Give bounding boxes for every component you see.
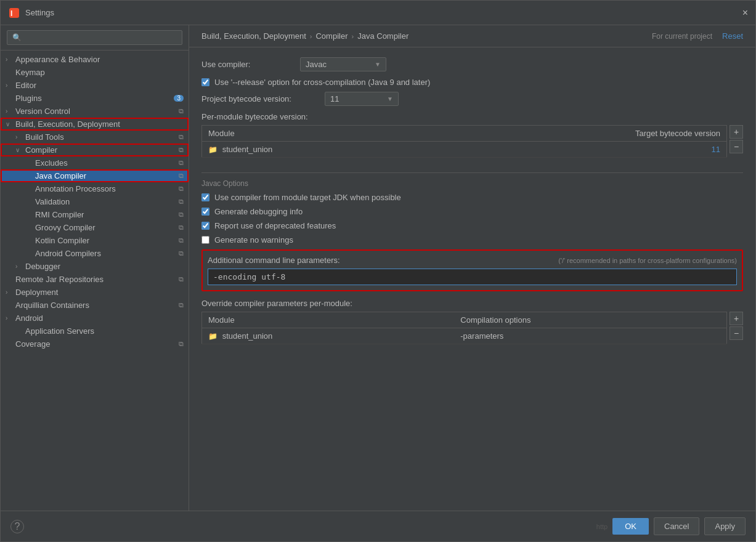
version-cell: 11 [433,142,727,158]
arrow-icon: › [6,315,15,322]
module-cell: 📁 student_union [202,142,433,158]
breadcrumb-bar: Build, Execution, Deployment › Compiler … [189,25,755,47]
sidebar-item-label: Version Control [15,107,176,116]
footer-url: http [596,523,608,530]
cmd-input[interactable] [208,269,737,285]
opt2-label: Generate debugging info [214,207,303,216]
copy-icon: ⧉ [179,185,184,193]
copy-icon: ⧉ [179,211,184,219]
opt4-row: Generate no warnings [201,235,743,245]
cmd-section: Additional command line parameters: ('/'… [201,249,743,291]
panel-content: Use compiler: Javac ▼ Use '--release' op… [189,47,755,511]
opt2-row: Generate debugging info [201,207,743,216]
arrow-icon: › [15,134,25,140]
checkbox-label-1: Use '--release' option for cross-compila… [214,78,430,87]
sidebar-item-arquillian[interactable]: Arquillian Containers ⧉ [1,299,189,312]
sidebar-item-appearance[interactable]: › Appearance & Behavior [1,53,189,66]
footer: ? http OK Cancel Apply [1,511,755,541]
app-icon: I [8,7,20,19]
arrow-icon: › [6,289,15,296]
arrow-icon: › [6,56,15,63]
apply-button[interactable]: Apply [704,517,746,535]
sidebar-item-android[interactable]: › Android [1,312,189,325]
sidebar-item-deployment[interactable]: › Deployment [1,286,189,299]
sidebar-item-label: Deployment [15,288,184,297]
sidebar-item-kotlin-compiler[interactable]: Kotlin Compiler ⧉ [1,234,189,247]
per-module-label-row: Per-module bytecode version: [201,112,743,121]
cancel-button[interactable]: Cancel [654,517,699,535]
checkbox-no-warnings[interactable] [201,236,209,244]
checkbox-deprecated[interactable] [201,222,209,230]
sidebar-item-label: Coverage [15,339,176,349]
copy-icon: ⧉ [179,249,184,257]
copy-icon: ⧉ [179,146,184,154]
checkbox-row-1: Use '--release' option for cross-compila… [201,78,743,87]
sidebar-item-android-compilers[interactable]: Android Compilers ⧉ [1,247,189,260]
sidebar-item-keymap[interactable]: Keymap [1,66,189,79]
sidebar-item-label: Keymap [15,68,184,77]
add-override-button[interactable]: + [730,312,743,325]
override-label-row: Override compiler parameters per-module: [201,299,743,308]
sidebar-item-coverage[interactable]: Coverage ⧉ [1,338,189,350]
sidebar-item-excludes[interactable]: Excludes ⧉ [1,156,189,169]
search-box [1,25,189,51]
arrow-icon: › [6,82,15,89]
sidebar-item-label: Debugger [25,262,184,271]
override-table-wrap: Module Compilation options 📁 student_uni… [201,312,743,350]
sidebar-item-groovy-compiler[interactable]: Groovy Compiler ⧉ [1,221,189,234]
override-module-col-header: Module [202,312,455,328]
arrow-icon: › [15,263,25,270]
use-compiler-row: Use compiler: Javac ▼ [201,57,743,71]
sidebar-item-java-compiler[interactable]: Java Compiler ⧉ [1,169,189,182]
sidebar-item-debugger[interactable]: › Debugger [1,260,189,273]
override-options-cell: -parameters [454,328,726,344]
close-button[interactable]: × [742,7,748,18]
reset-link[interactable]: Reset [722,31,743,41]
arrow-icon: ∨ [15,147,25,153]
folder-icon: 📁 [208,145,217,154]
copy-icon: ⧉ [179,340,184,348]
sidebar-item-compiler[interactable]: ∨ Compiler ⧉ [1,144,189,156]
sidebar-item-rmi-compiler[interactable]: RMI Compiler ⧉ [1,208,189,221]
module-name: student_union [222,145,273,154]
sidebar-item-label: Remote Jar Repositories [15,275,176,284]
remove-module-button[interactable]: − [730,140,743,153]
opt3-label: Report use of deprecated features [214,221,336,230]
sidebar-item-editor[interactable]: › Editor [1,79,189,92]
sidebar-item-label: Compiler [25,145,176,155]
sidebar-item-annotation-processors[interactable]: Annotation Processors ⧉ [1,182,189,195]
sidebar-item-validation[interactable]: Validation ⧉ [1,195,189,208]
sidebar-item-remote-jar[interactable]: Remote Jar Repositories ⧉ [1,273,189,286]
sidebar-item-label: Editor [15,81,184,90]
sidebar-item-build-execution[interactable]: ∨ Build, Execution, Deployment [1,118,189,131]
copy-icon: ⧉ [179,275,184,283]
add-module-button[interactable]: + [730,125,743,139]
help-button[interactable]: ? [10,520,24,533]
sidebar-item-label: Kotlin Compiler [35,236,176,245]
use-compiler-value: Javac [306,60,327,69]
sidebar-item-label: Java Compiler [35,171,176,180]
sidebar-item-plugins[interactable]: Plugins 3 [1,92,189,105]
bytecode-dropdown[interactable]: 11 ▼ [325,92,399,106]
content-area: › Appearance & Behavior Keymap › Editor … [1,25,755,511]
module-table-wrap: Module Target bytecode version 📁 student… [201,125,743,164]
sidebar-item-build-tools[interactable]: › Build Tools ⧉ [1,131,189,144]
sidebar-item-application-servers[interactable]: Application Servers [1,325,189,338]
table-row[interactable]: 📁 student_union 11 [202,142,727,158]
breadcrumb-part3: Java Compiler [357,31,408,41]
cmd-hint: ('/' recommended in paths for cross-plat… [558,257,737,264]
copy-icon: ⧉ [179,133,184,141]
checkbox-debug-info[interactable] [201,208,209,216]
plugins-badge: 3 [174,95,184,102]
table-row[interactable]: 📁 student_union -parameters [202,328,727,344]
checkbox-release-option[interactable] [201,78,209,86]
sidebar-item-label: Build, Execution, Deployment [15,119,184,129]
sidebar-item-version-control[interactable]: › Version Control ⧉ [1,105,189,118]
module-table: Module Target bytecode version 📁 student… [201,125,727,158]
cmd-label: Additional command line parameters: [208,256,340,265]
remove-override-button[interactable]: − [730,326,743,340]
search-input[interactable] [7,30,182,45]
ok-button[interactable]: OK [612,518,649,535]
use-compiler-dropdown[interactable]: Javac ▼ [300,57,386,71]
checkbox-module-jdk[interactable] [201,193,209,201]
